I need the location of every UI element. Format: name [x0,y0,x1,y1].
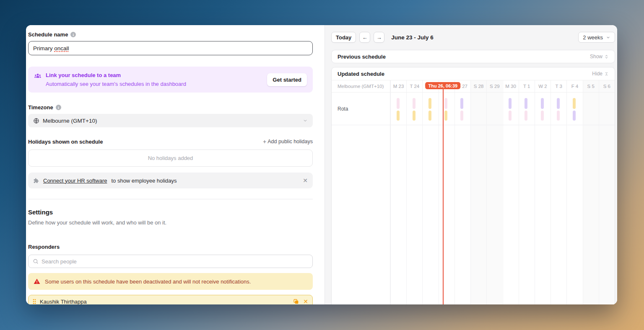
prev-period-button[interactable]: ← [359,32,370,43]
day-column-S-28[interactable]: S 28 [470,80,486,304]
responder-row[interactable]: Kaushik Thirthappa ✕ [28,295,313,304]
shift-bar-yellow[interactable] [397,111,400,121]
deactivated-users-warning: Some users on this schedule have been de… [28,273,313,290]
shift-bar-purple[interactable] [557,98,560,109]
period-select[interactable]: 2 weeks [578,32,615,43]
responders-search[interactable] [28,255,313,268]
timeline-timezone-label: Melbourne (GMT+10) [332,80,390,92]
globe-icon [33,118,39,124]
shift-bar-purple[interactable] [509,98,512,109]
get-started-button[interactable]: Get started [267,73,307,86]
hr-notice-text: to show employee holidays [111,178,177,184]
duplicate-icon[interactable] [293,298,299,304]
link-team-title: Link your schedule to a team [46,72,263,78]
shift-bar-pink[interactable] [397,98,400,109]
collapse-icon [604,72,609,76]
plus-icon: + [263,138,266,145]
previous-schedule-title: Previous schedule [338,54,386,60]
schedule-name-input[interactable]: Primary oncall [28,41,313,55]
updated-schedule-card: Updated schedule Hide Melbourne (GMT+10)… [331,67,615,304]
day-label: M 30 [503,80,519,92]
day-label: S 29 [487,80,502,92]
timezone-select[interactable]: Melbourne (GMT+10) [28,114,313,127]
team-icon [34,72,42,80]
day-label: S 6 [599,80,615,92]
shift-bar-pink[interactable] [413,98,415,109]
day-column-S-6[interactable]: S 6 [599,80,615,304]
shift-bar-yellow[interactable] [428,98,431,109]
day-label: T 24 [407,80,422,92]
day-column-T-1[interactable]: T 1 [519,80,535,304]
shift-bar-pink[interactable] [460,111,463,121]
settings-title: Settings [28,209,313,216]
shift-bar-pink[interactable] [541,111,544,121]
chevron-down-icon [303,118,308,123]
shift-bar-yellow[interactable] [444,111,447,121]
shift-bar-purple[interactable] [573,111,576,121]
shift-bar-purple[interactable] [460,98,463,109]
close-icon[interactable]: ✕ [303,178,308,183]
shift-bar-pink[interactable] [557,111,560,121]
show-previous-toggle[interactable]: Show [590,54,609,59]
connect-hr-link[interactable]: Connect your HR software [43,178,107,184]
arrow-left-icon: ← [362,34,368,41]
remove-responder-icon[interactable]: ✕ [303,298,308,304]
day-column-F-4[interactable]: F 4 [566,80,582,304]
schedule-editor-window: Schedule name i Primary oncall Link your… [26,25,617,304]
day-column-W-2[interactable]: W 2 [535,80,551,304]
info-icon[interactable]: i [70,32,76,37]
chevron-down-icon [606,35,610,40]
shift-bar-yellow[interactable] [428,111,431,121]
arrow-right-icon: → [377,34,382,41]
expand-icon [604,54,609,59]
calendar-header: Today ← → June 23 - July 6 2 weeks [331,32,615,43]
day-label: M 23 [391,80,406,92]
day-column-S-29[interactable]: S 29 [486,80,502,304]
shift-bar-purple[interactable] [525,98,527,109]
today-button[interactable]: Today [331,32,356,43]
next-period-button[interactable]: → [374,32,384,43]
puzzle-icon [33,178,39,184]
rota-row-label: Rota [338,106,348,112]
day-column-M-23[interactable]: M 23 [390,80,406,304]
responders-label: Responders [28,244,313,250]
shift-bar-purple[interactable] [541,98,544,109]
day-column-M-30[interactable]: M 30 [503,80,519,304]
shift-bar-pink[interactable] [444,98,447,109]
link-team-banner: Link your schedule to a team Automatical… [28,67,313,93]
schedule-form-pane: Schedule name i Primary oncall Link your… [26,25,325,304]
day-label: F 4 [567,80,582,92]
day-label: T 1 [519,80,535,92]
responder-name: Kaushik Thirthappa [40,299,87,305]
shift-bar-yellow[interactable] [413,111,415,121]
timeline: Melbourne (GMT+10) Rota Thu 26, 06:39 M … [332,80,615,304]
calendar-pane: Today ← → June 23 - July 6 2 weeks Previ… [325,25,617,304]
day-column-F-27[interactable]: F 27 [454,80,470,304]
drag-handle-icon[interactable] [33,299,36,304]
current-time-line [443,89,444,304]
shift-bar-pink[interactable] [525,111,527,121]
hide-updated-toggle[interactable]: Hide [592,71,609,77]
day-label: S 28 [471,80,486,92]
info-icon[interactable]: i [56,105,61,110]
schedule-name-value: Primary oncall [33,45,69,52]
search-icon [33,258,39,264]
previous-schedule-card: Previous schedule Show [331,50,615,63]
timezone-label: Timezone [28,104,53,111]
holidays-empty-state: No holidays added [28,150,313,167]
day-column-S-5[interactable]: S 5 [583,80,599,304]
day-column-W-25[interactable]: W 25 [422,80,438,304]
day-label: S 5 [583,80,599,92]
search-people-input[interactable] [42,258,308,265]
shift-bar-yellow[interactable] [573,98,576,109]
add-public-holidays-link[interactable]: + Add public holidays [263,138,313,145]
link-team-subtitle: Automatically see your team's schedules … [46,81,263,87]
day-column-T-24[interactable]: T 24 [406,80,422,304]
day-label: T 3 [551,80,566,92]
day-label: W 2 [535,80,551,92]
day-column-T-3[interactable]: T 3 [551,80,566,304]
timezone-column: Melbourne (GMT+10) Rota [332,80,390,304]
day-column-T-26[interactable]: T 26 [439,80,454,304]
shift-bar-pink[interactable] [509,111,512,121]
timezone-value: Melbourne (GMT+10) [43,118,97,124]
